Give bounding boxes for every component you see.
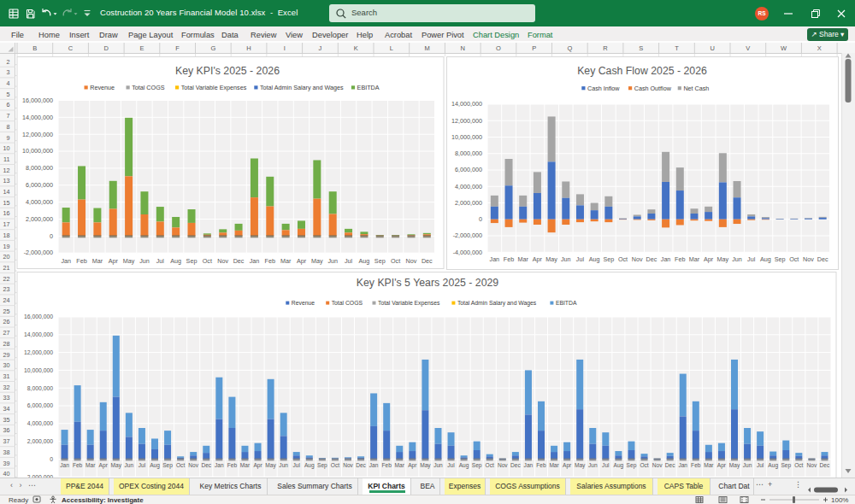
svg-text:Jul: Jul [602, 462, 610, 468]
svg-text:4,000,000: 4,000,000 [27, 420, 53, 426]
svg-text:Jun: Jun [327, 257, 338, 265]
svg-text:Aug: Aug [459, 462, 469, 469]
svg-text:Mar: Mar [280, 257, 292, 265]
svg-text:Mar: Mar [689, 255, 700, 263]
svg-text:Sep: Sep [186, 257, 198, 265]
svg-text:14,000,000: 14,000,000 [24, 331, 53, 337]
svg-text:Sep: Sep [472, 462, 482, 469]
svg-text:Key KPI's 5 Years 2025 - 2029: Key KPI's 5 Years 2025 - 2029 [357, 277, 499, 289]
svg-text:Nov: Nov [807, 462, 817, 468]
svg-text:Jun: Jun [139, 257, 150, 265]
svg-text:Apr: Apr [297, 257, 307, 265]
svg-text:Oct: Oct [618, 255, 628, 263]
svg-text:Jan: Jan [250, 257, 260, 265]
svg-text:Aug: Aug [614, 462, 624, 469]
svg-text:0: 0 [50, 456, 53, 462]
svg-text:Aug: Aug [170, 257, 181, 265]
svg-text:Mar: Mar [518, 255, 529, 263]
svg-text:Total Admin Salary and Wages: Total Admin Salary and Wages [260, 84, 344, 91]
svg-text:May: May [420, 462, 431, 469]
svg-text:Aug: Aug [589, 255, 600, 263]
svg-text:Dec: Dec [356, 462, 366, 468]
svg-text:Jul: Jul [139, 462, 146, 468]
svg-text:Jun: Jun [279, 462, 288, 468]
svg-text:Sep: Sep [374, 257, 386, 265]
svg-text:16,000,000: 16,000,000 [22, 97, 53, 104]
svg-text:10,000,000: 10,000,000 [22, 147, 53, 155]
svg-text:May: May [111, 462, 122, 469]
svg-text:Feb: Feb [73, 462, 83, 468]
svg-text:EBITDA: EBITDA [556, 300, 577, 306]
svg-text:Mar: Mar [395, 462, 405, 468]
svg-text:Aug: Aug [304, 462, 315, 469]
svg-text:Dec: Dec [510, 462, 521, 468]
svg-text:Cash Inflow: Cash Inflow [587, 85, 620, 92]
svg-text:8,000,000: 8,000,000 [27, 385, 53, 391]
svg-text:Sep: Sep [627, 462, 637, 469]
svg-text:May: May [311, 257, 323, 265]
svg-text:Cash Outflow: Cash Outflow [634, 85, 672, 92]
svg-text:Total COGS: Total COGS [132, 84, 165, 91]
svg-text:Total Admin Salary and Wages: Total Admin Salary and Wages [457, 300, 537, 307]
svg-text:Aug: Aug [768, 462, 778, 469]
svg-text:Nov: Nov [343, 462, 353, 468]
svg-text:Revenue: Revenue [292, 300, 315, 306]
svg-text:0: 0 [50, 232, 53, 240]
svg-text:Jul: Jul [747, 255, 756, 263]
svg-text:8,000,000: 8,000,000 [26, 164, 53, 172]
svg-text:May: May [265, 462, 276, 469]
svg-text:Apr: Apr [717, 462, 727, 469]
svg-text:EBITDA: EBITDA [357, 84, 380, 91]
svg-text:May: May [123, 257, 135, 265]
svg-text:May: May [575, 462, 586, 469]
svg-text:Apr: Apr [533, 255, 543, 263]
svg-text:Oct: Oct [203, 257, 212, 265]
svg-text:Oct: Oct [331, 462, 339, 468]
svg-text:Apr: Apr [704, 255, 714, 263]
svg-text:6,000,000: 6,000,000 [455, 166, 482, 173]
svg-text:Total Variable Expenses: Total Variable Expenses [181, 84, 247, 91]
svg-text:Aug: Aug [359, 257, 370, 265]
svg-text:Key KPI's 2025 - 2026: Key KPI's 2025 - 2026 [175, 65, 280, 77]
svg-text:Mar: Mar [704, 462, 714, 468]
svg-text:Oct: Oct [640, 462, 648, 468]
svg-text:2,000,000: 2,000,000 [27, 438, 53, 444]
svg-text:6,000,000: 6,000,000 [26, 181, 53, 189]
svg-text:-2,000,000: -2,000,000 [453, 231, 482, 239]
svg-text:Sep: Sep [781, 462, 791, 469]
svg-text:Jul: Jul [156, 257, 165, 265]
svg-text:May: May [729, 462, 740, 469]
svg-text:Feb: Feb [536, 462, 546, 468]
svg-text:Jun: Jun [732, 255, 742, 263]
svg-text:Jan: Jan [369, 462, 379, 468]
svg-text:Mar: Mar [240, 462, 251, 468]
svg-text:Mar: Mar [86, 462, 96, 468]
svg-text:May: May [717, 255, 729, 263]
svg-text:Apr: Apr [253, 462, 262, 469]
svg-text:Feb: Feb [691, 462, 701, 468]
svg-text:Sep: Sep [603, 255, 614, 263]
svg-text:Jun: Jun [561, 255, 571, 263]
svg-text:Mar: Mar [92, 257, 103, 265]
svg-text:Oct: Oct [176, 462, 185, 468]
svg-text:-2,000,000: -2,000,000 [24, 249, 53, 256]
svg-text:Jan: Jan [678, 462, 687, 468]
svg-text:12,000,000: 12,000,000 [22, 131, 53, 138]
svg-text:Sep: Sep [317, 462, 327, 469]
svg-text:Dec: Dec [646, 255, 657, 263]
svg-text:Jun: Jun [125, 462, 134, 468]
svg-text:Jul: Jul [757, 462, 764, 468]
svg-text:Jan: Jan [524, 462, 534, 468]
svg-text:Nov: Nov [652, 462, 663, 468]
svg-text:10,000,000: 10,000,000 [451, 133, 482, 141]
svg-text:Apr: Apr [99, 462, 109, 469]
svg-text:Oct: Oct [486, 462, 494, 468]
svg-text:0: 0 [479, 215, 482, 223]
svg-text:Jan: Jan [490, 255, 500, 263]
svg-text:Oct: Oct [391, 257, 400, 265]
svg-text:4,000,000: 4,000,000 [455, 183, 482, 190]
svg-text:Nov: Nov [217, 257, 228, 265]
svg-text:12,000,000: 12,000,000 [451, 117, 482, 125]
svg-text:Nov: Nov [406, 257, 417, 265]
svg-text:Feb: Feb [265, 257, 275, 265]
